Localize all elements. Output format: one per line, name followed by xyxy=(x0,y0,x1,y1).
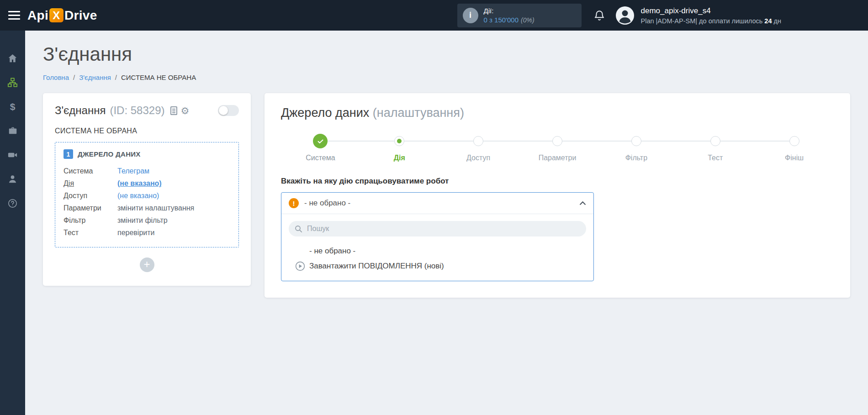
data-source-block-title: ДЖЕРЕЛО ДАНИХ xyxy=(78,150,141,158)
option-not-selected[interactable]: - не обрано - xyxy=(289,243,586,258)
setup-stepper: Система Дія Доступ Параметри Фільтр xyxy=(281,134,834,162)
user-name: demo_apix-drive_s4 xyxy=(641,6,782,16)
step-access: Доступ xyxy=(439,134,518,162)
step-pending-circle xyxy=(789,136,799,146)
gear-icon[interactable]: ⚙ xyxy=(181,106,190,116)
step-parameters: Параметри xyxy=(518,134,597,162)
search-icon xyxy=(295,225,302,235)
breadcrumb-current: СИСТЕМА НЕ ОБРАНА xyxy=(121,74,196,81)
payments-icon[interactable]: $ xyxy=(7,101,18,112)
sidebar: $ xyxy=(0,31,25,415)
home-icon[interactable] xyxy=(7,53,18,63)
services-icon[interactable] xyxy=(7,125,18,136)
action-dropdown-control[interactable]: ! - не обрано - xyxy=(281,193,593,214)
connections-icon[interactable] xyxy=(7,77,18,88)
connection-title: З'єднання xyxy=(55,104,106,117)
document-icon[interactable] xyxy=(170,106,177,115)
source-row-action: Дія (не вказано) xyxy=(64,177,230,189)
source-row-filter: Фільтр змінити фільтр xyxy=(64,214,230,226)
step-system: Система xyxy=(281,134,360,162)
parameters-value-link[interactable]: змінити налаштування xyxy=(117,202,194,214)
logo-part2: Drive xyxy=(64,8,97,23)
info-icon[interactable]: i xyxy=(463,8,478,23)
connection-toggle[interactable] xyxy=(218,105,239,116)
step-pending-circle xyxy=(473,136,483,146)
user-plan-info: Plan |ADM-AP-SM| до оплати лишилось 24 д… xyxy=(641,17,782,25)
notifications-bell-icon[interactable] xyxy=(593,10,605,21)
source-row-access: Доступ (не вказано) xyxy=(64,189,230,202)
help-icon[interactable] xyxy=(7,198,18,209)
usage-stats-panel: i Дії: 0 з 150'000(0%) xyxy=(457,4,582,27)
step-test: Тест xyxy=(676,134,755,162)
filter-value-link[interactable]: змінити фільтр xyxy=(117,214,168,226)
dropdown-options: - не обрано - Завантажити ПОВІДОМЛЕННЯ (… xyxy=(289,243,586,273)
step-filter: Фільтр xyxy=(597,134,676,162)
app-logo[interactable]: ApiXDrive xyxy=(27,8,97,23)
action-dropdown-panel: - не обрано - Завантажити ПОВІДОМЛЕННЯ (… xyxy=(281,214,593,281)
breadcrumb-home[interactable]: Головна xyxy=(43,74,69,81)
source-row-parameters: Параметри змінити налаштування xyxy=(64,202,230,214)
connection-card: З'єднання (ID: 58329) ⚙ СИСТЕМА НЕ ОБРАН… xyxy=(43,93,251,286)
source-row-test: Тест перевірити xyxy=(64,226,230,239)
usage-stats-value: 0 з 150'000 xyxy=(484,16,519,24)
test-value-link[interactable]: перевірити xyxy=(117,226,155,239)
connection-id: (ID: 58329) xyxy=(110,104,164,117)
source-settings-card: Джерело даних (налаштування) Система Дія… xyxy=(265,93,850,298)
step-pending-circle xyxy=(631,136,641,146)
plan-days-left: 24 xyxy=(764,17,772,25)
step-pending-circle xyxy=(552,136,562,146)
step-pending-circle xyxy=(710,136,720,146)
logo-part1: Api xyxy=(27,8,48,23)
main-content: З'єднання Головна / З'єднання / СИСТЕМА … xyxy=(25,31,868,298)
action-value-link[interactable]: (не вказано) xyxy=(117,177,162,189)
breadcrumb-separator: / xyxy=(115,74,117,81)
usage-stats-text: Дії: 0 з 150'000(0%) xyxy=(484,7,535,24)
breadcrumb-connections[interactable]: З'єднання xyxy=(79,74,111,81)
dropdown-search-input[interactable] xyxy=(289,221,586,236)
logo-x-icon: X xyxy=(49,8,64,22)
option-load-messages[interactable]: Завантажити ПОВІДОМЛЕННЯ (нові) xyxy=(289,258,586,273)
step-finish: Фініш xyxy=(755,134,834,162)
user-avatar[interactable] xyxy=(615,6,635,25)
source-row-system: Система Телеграм xyxy=(64,165,230,177)
step-action: Дія xyxy=(360,134,439,162)
system-value-link[interactable]: Телеграм xyxy=(117,165,149,177)
step-active-circle xyxy=(394,136,404,146)
settings-title: Джерело даних xyxy=(281,106,369,120)
video-icon[interactable] xyxy=(7,149,18,160)
action-dropdown: ! - не обрано - xyxy=(281,192,594,281)
breadcrumb-separator: / xyxy=(73,74,75,81)
settings-title-suffix: (налаштування) xyxy=(373,106,464,120)
account-icon[interactable] xyxy=(7,173,18,184)
usage-stats-percent: (0%) xyxy=(521,16,535,24)
data-source-block[interactable]: 1 ДЖЕРЕЛО ДАНИХ Система Телеграм Дія (не… xyxy=(55,142,239,247)
usage-stats-label: Дії: xyxy=(484,7,535,15)
step-number-badge: 1 xyxy=(64,149,73,159)
action-question-label: Вкажіть на яку дію спрацьовуватиме робот xyxy=(281,177,834,186)
user-menu[interactable]: demo_apix-drive_s4 Plan |ADM-AP-SM| до о… xyxy=(641,6,782,25)
hamburger-menu-icon[interactable] xyxy=(8,9,20,22)
connection-status: СИСТЕМА НЕ ОБРАНА xyxy=(55,127,239,135)
warning-icon: ! xyxy=(289,198,299,208)
breadcrumb: Головна / З'єднання / СИСТЕМА НЕ ОБРАНА xyxy=(43,74,850,81)
topbar: ApiXDrive i Дії: 0 з 150'000(0%) demo_ap… xyxy=(0,0,868,31)
toggle-knob xyxy=(219,106,228,115)
add-step-button[interactable]: + xyxy=(140,257,154,272)
step-done-circle xyxy=(313,134,328,148)
page-title: З'єднання xyxy=(43,44,850,64)
dropdown-selected-value: - не обрано - xyxy=(304,199,350,208)
play-circle-icon xyxy=(295,261,305,271)
chevron-up-icon xyxy=(579,201,586,205)
access-value-link[interactable]: (не вказано) xyxy=(117,189,159,202)
